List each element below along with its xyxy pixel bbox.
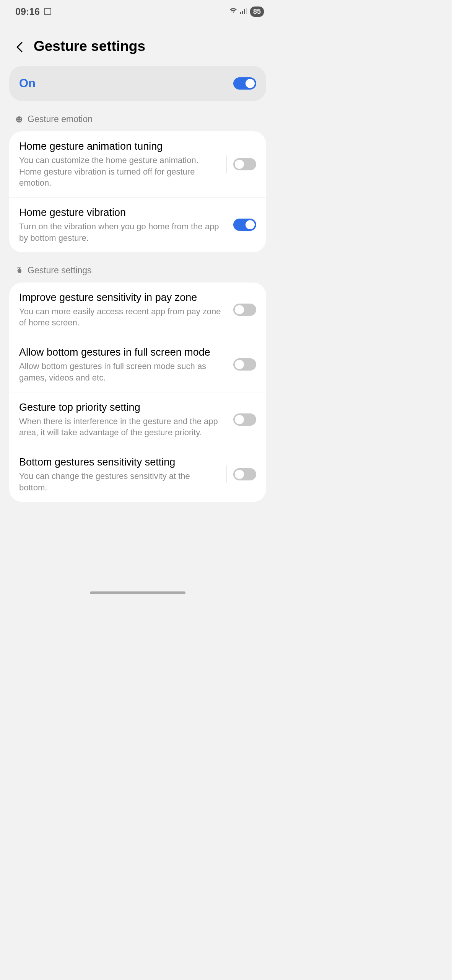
back-icon[interactable] [15, 42, 24, 51]
row-desc: Turn on the vibration when you go home f… [19, 221, 227, 243]
master-switch-label: On [19, 77, 36, 90]
svg-rect-0 [240, 12, 241, 14]
toggle-animation-tuning[interactable] [233, 158, 256, 170]
row-title: Bottom gestures sensitivity setting [19, 456, 220, 469]
vertical-divider [226, 466, 227, 483]
clock: 09:16 [15, 6, 40, 17]
section-card-settings: Improve gesture sensitivity in pay zone … [9, 283, 266, 502]
row-title: Home gesture vibration [19, 206, 227, 219]
row-desc: Allow bottom gestures in full screen mod… [19, 361, 227, 383]
row-text: Gesture top priority setting When there … [19, 401, 227, 438]
toggle-top-priority[interactable] [233, 413, 256, 426]
row-text: Home gesture vibration Turn on the vibra… [19, 206, 227, 243]
row-bottom-sensitivity[interactable]: Bottom gestures sensitivity setting You … [9, 447, 266, 501]
row-title: Improve gesture sensitivity in pay zone [19, 291, 227, 304]
battery-indicator: 85 [250, 7, 264, 17]
toggle-home-vibration[interactable] [233, 219, 256, 231]
row-desc: You can change the gestures sensitivity … [19, 470, 220, 493]
svg-point-5 [18, 118, 19, 119]
svg-point-4 [16, 116, 22, 122]
vertical-divider [226, 155, 227, 173]
master-toggle[interactable] [233, 77, 256, 90]
row-text: Home gesture animation tuning You can cu… [19, 140, 220, 189]
page-header: Gesture settings [0, 19, 275, 66]
row-title: Gesture top priority setting [19, 401, 227, 414]
picture-icon [44, 8, 51, 15]
row-text: Allow bottom gestures in full screen mod… [19, 346, 227, 383]
toggle-bottom-sensitivity[interactable] [233, 468, 256, 480]
page-title: Gesture settings [34, 38, 145, 54]
touch-icon [15, 266, 23, 274]
row-title: Allow bottom gestures in full screen mod… [19, 346, 227, 359]
svg-point-6 [20, 118, 21, 119]
face-icon [15, 116, 23, 123]
svg-rect-2 [244, 9, 245, 14]
row-pay-zone[interactable]: Improve gesture sensitivity in pay zone … [9, 283, 266, 337]
row-animation-tuning[interactable]: Home gesture animation tuning You can cu… [9, 131, 266, 197]
row-home-vibration[interactable]: Home gesture vibration Turn on the vibra… [9, 197, 266, 252]
row-text: Bottom gestures sensitivity setting You … [19, 456, 220, 493]
row-fullscreen-gestures[interactable]: Allow bottom gestures in full screen mod… [9, 337, 266, 392]
svg-rect-3 [246, 8, 247, 14]
row-desc: You can more easily access recent app fr… [19, 306, 227, 328]
row-desc: You can customize the home gesture anima… [19, 155, 220, 189]
toggle-fullscreen-gestures[interactable] [233, 358, 256, 371]
nav-handle[interactable] [90, 591, 185, 594]
svg-rect-1 [242, 11, 243, 14]
row-text: Improve gesture sensitivity in pay zone … [19, 291, 227, 328]
section-title: Gesture settings [28, 265, 91, 276]
section-card-emotion: Home gesture animation tuning You can cu… [9, 131, 266, 252]
wifi-icon [229, 8, 237, 16]
section-header-emotion: Gesture emotion [0, 101, 275, 131]
row-title: Home gesture animation tuning [19, 140, 220, 153]
signal-icon [240, 8, 247, 16]
row-desc: When there is interference in the gestur… [19, 416, 227, 438]
row-top-priority[interactable]: Gesture top priority setting When there … [9, 392, 266, 447]
section-title: Gesture emotion [28, 114, 93, 124]
master-switch-row[interactable]: On [9, 66, 266, 101]
status-bar: 09:16 85 [0, 0, 275, 19]
toggle-pay-zone[interactable] [233, 304, 256, 316]
status-left: 09:16 [15, 6, 51, 17]
section-header-settings: Gesture settings [0, 252, 275, 283]
status-right: 85 [229, 7, 264, 17]
